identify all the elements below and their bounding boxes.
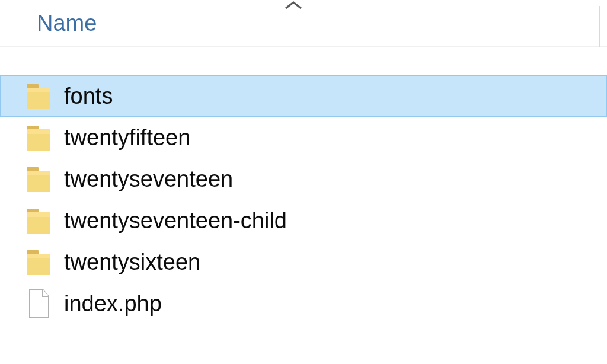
svg-rect-14	[27, 258, 50, 275]
item-name: twentyseventeen-child	[64, 208, 287, 234]
list-item[interactable]: twentyfifteen	[0, 117, 607, 158]
folder-icon	[24, 78, 53, 114]
svg-rect-8	[27, 175, 50, 192]
folder-icon	[24, 244, 53, 280]
list-item[interactable]: twentyseventeen	[0, 158, 607, 200]
file-icon	[24, 286, 53, 321]
list-item[interactable]: index.php	[0, 283, 607, 324]
folder-icon	[24, 120, 53, 155]
sort-ascending-icon	[285, 0, 302, 13]
folder-icon	[24, 203, 53, 238]
svg-rect-11	[27, 217, 50, 234]
list-item[interactable]: twentysixteen	[0, 241, 607, 283]
column-divider[interactable]	[599, 6, 600, 47]
item-name: twentyseventeen	[64, 167, 233, 192]
file-list: fonts twentyfifteen twentyseventeen	[0, 75, 607, 324]
column-header-label: Name	[37, 11, 97, 36]
svg-rect-5	[27, 134, 50, 151]
item-name: twentysixteen	[64, 250, 200, 275]
svg-rect-2	[27, 92, 50, 109]
item-name: twentyfifteen	[64, 125, 190, 151]
list-item[interactable]: twentyseventeen-child	[0, 200, 607, 241]
list-item[interactable]: fonts	[0, 75, 607, 117]
item-name: index.php	[64, 291, 162, 317]
column-header-name[interactable]: Name	[0, 0, 607, 47]
item-name: fonts	[64, 84, 113, 109]
folder-icon	[24, 161, 53, 197]
